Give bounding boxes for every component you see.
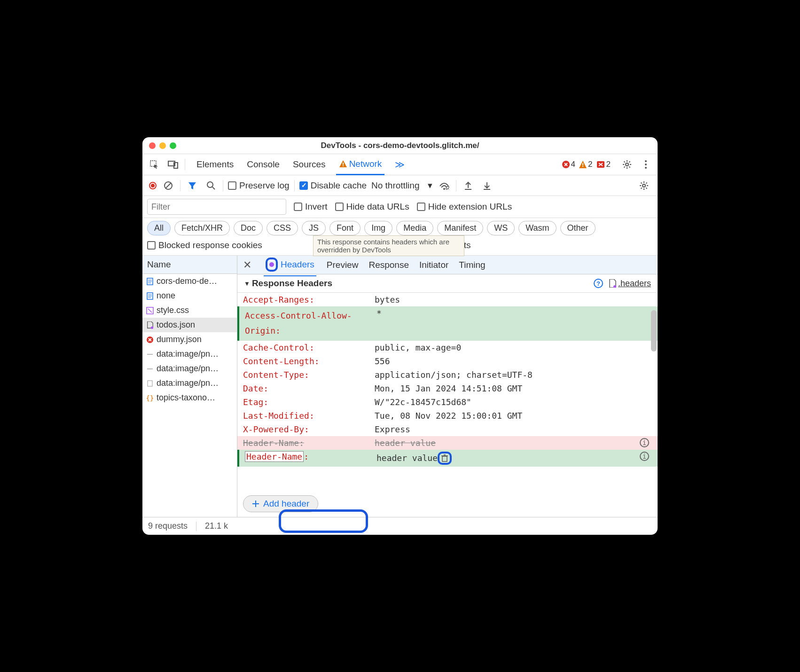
svg-text:?: ? <box>596 280 600 287</box>
maximize-window-button[interactable] <box>170 142 176 149</box>
svg-text:{}: {} <box>146 394 154 402</box>
disable-cache-checkbox[interactable]: Disable cache <box>299 180 367 191</box>
svg-point-21 <box>643 184 645 187</box>
tab-console[interactable]: Console <box>244 155 282 174</box>
headers-list: Accept-Ranges:bytesAccess-Control-Allow-… <box>237 293 658 491</box>
filter-pill-other[interactable]: Other <box>560 221 596 235</box>
settings-icon[interactable] <box>620 157 634 172</box>
throttling-select[interactable]: No throttling▾ <box>371 180 432 191</box>
plus-icon <box>252 500 259 508</box>
filter-pill-css[interactable]: CSS <box>267 221 298 235</box>
detail-tab-preview[interactable]: Preview <box>327 260 359 270</box>
detail-tab-headers[interactable]: Headers <box>264 256 316 276</box>
filter-pill-fetchxhr[interactable]: Fetch/XHR <box>174 221 230 235</box>
tab-sources[interactable]: Sources <box>290 155 329 174</box>
request-row[interactable]: todos.json <box>142 318 237 332</box>
help-icon[interactable]: ? <box>594 279 603 288</box>
device-icon[interactable] <box>166 157 180 172</box>
request-row[interactable]: cors-demo-de… <box>142 274 237 289</box>
filter-icon[interactable] <box>185 179 199 193</box>
request-row[interactable]: data:image/pn… <box>142 347 237 361</box>
tab-elements[interactable]: Elements <box>194 155 236 174</box>
detail-pane: ✕ Headers Preview Response Initiator Tim… <box>237 256 658 517</box>
header-row: Content-Type:application/json; charset=U… <box>237 368 658 382</box>
filter-pill-all[interactable]: All <box>147 221 171 235</box>
delete-header-highlight <box>438 452 452 465</box>
main-tabbar: Elements Console Sources Network ≫ 4 2 2 <box>142 154 658 175</box>
header-row[interactable]: Header-Name:header valuei <box>237 450 658 467</box>
filter-pill-wasm[interactable]: Wasm <box>518 221 556 235</box>
override-dot-icon <box>269 262 274 267</box>
close-window-button[interactable] <box>149 142 156 149</box>
filter-pill-ws[interactable]: WS <box>487 221 515 235</box>
record-button[interactable] <box>149 182 157 189</box>
request-list-header[interactable]: Name <box>142 256 237 274</box>
preserve-log-checkbox[interactable]: Preserve log <box>228 180 290 191</box>
request-row[interactable]: none <box>142 289 237 303</box>
error-badges: 4 2 2 <box>562 160 611 169</box>
filter-pill-manifest[interactable]: Manifest <box>437 221 483 235</box>
kebab-menu-icon[interactable] <box>639 157 653 172</box>
detail-tab-timing[interactable]: Timing <box>459 260 485 270</box>
minimize-window-button[interactable] <box>159 142 166 149</box>
warnings-badge[interactable]: 2 <box>579 160 592 169</box>
request-row[interactable]: style.css <box>142 303 237 318</box>
network-settings-icon[interactable] <box>637 179 651 193</box>
main-area: Name cors-demo-de…nonestyle.csstodos.jso… <box>142 256 658 517</box>
hide-ext-urls-checkbox[interactable]: Hide extension URLs <box>417 202 512 212</box>
filter-pill-font[interactable]: Font <box>329 221 361 235</box>
header-row: Access-Control-Allow-Origin:* <box>237 306 658 341</box>
hide-data-urls-checkbox[interactable]: Hide data URLs <box>335 202 409 212</box>
override-tooltip: This response contains headers which are… <box>313 235 464 256</box>
search-icon[interactable] <box>204 179 218 193</box>
svg-point-9 <box>626 163 628 166</box>
network-conditions-icon[interactable] <box>437 179 451 193</box>
issues-badge[interactable]: 2 <box>596 160 611 169</box>
info-icon[interactable]: i <box>640 438 649 447</box>
errors-badge[interactable]: 4 <box>562 160 575 169</box>
header-row: Etag:W/"22c-18457c15d68" <box>237 395 658 409</box>
extra-filters-row: Blocked response cookies This response c… <box>142 238 658 256</box>
svg-rect-7 <box>582 166 583 167</box>
request-row[interactable]: {}topics-taxono… <box>142 391 237 405</box>
headers-file-link[interactable]: .headers <box>609 279 651 289</box>
trash-icon[interactable] <box>441 454 448 462</box>
network-toolbar: Preserve log Disable cache No throttling… <box>142 175 658 196</box>
scrollbar-thumb[interactable] <box>651 310 657 352</box>
filter-pill-img[interactable]: Img <box>364 221 392 235</box>
detail-tab-initiator[interactable]: Initiator <box>419 260 448 270</box>
header-row: Header-Name:header valuei <box>237 436 658 450</box>
filter-input[interactable] <box>147 199 286 215</box>
svg-point-31 <box>151 326 153 328</box>
svg-point-10 <box>645 160 647 162</box>
override-indicator-highlight <box>266 258 278 272</box>
filter-pill-media[interactable]: Media <box>396 221 433 235</box>
close-detail-button[interactable]: ✕ <box>243 259 251 271</box>
transfer-size: 21.1 k <box>205 521 228 531</box>
blocked-cookies-checkbox[interactable]: Blocked response cookies <box>147 240 262 250</box>
more-tabs-button[interactable]: ≫ <box>395 159 405 170</box>
traffic-lights <box>149 142 176 149</box>
section-title-text: Response Headers <box>252 278 332 289</box>
devtools-window: DevTools - cors-demo-devtools.glitch.me/… <box>142 137 658 535</box>
svg-point-17 <box>443 188 445 190</box>
filter-pill-js[interactable]: JS <box>302 221 326 235</box>
filter-pill-doc[interactable]: Doc <box>234 221 263 235</box>
add-header-button[interactable]: Add header <box>243 495 318 512</box>
request-row[interactable]: dummy.json <box>142 332 237 347</box>
request-row[interactable]: data:image/pn… <box>142 361 237 376</box>
header-row: Last-Modified:Tue, 08 Nov 2022 15:00:01 … <box>237 409 658 422</box>
clear-button[interactable] <box>161 179 175 193</box>
upload-har-icon[interactable] <box>461 179 475 193</box>
request-list: Name cors-demo-de…nonestyle.csstodos.jso… <box>142 256 237 517</box>
response-headers-section[interactable]: ▼Response Headers ? .headers <box>237 274 658 293</box>
detail-tab-response[interactable]: Response <box>369 260 409 270</box>
warning-icon <box>579 161 587 168</box>
info-icon[interactable]: i <box>640 452 649 461</box>
download-har-icon[interactable] <box>480 179 494 193</box>
invert-checkbox[interactable]: Invert <box>294 202 328 212</box>
tab-network[interactable]: Network <box>336 154 385 175</box>
inspect-icon[interactable] <box>147 157 161 172</box>
request-row[interactable]: data:image/pn… <box>142 376 237 391</box>
header-row: Date:Mon, 15 Jan 2024 14:51:08 GMT <box>237 382 658 395</box>
